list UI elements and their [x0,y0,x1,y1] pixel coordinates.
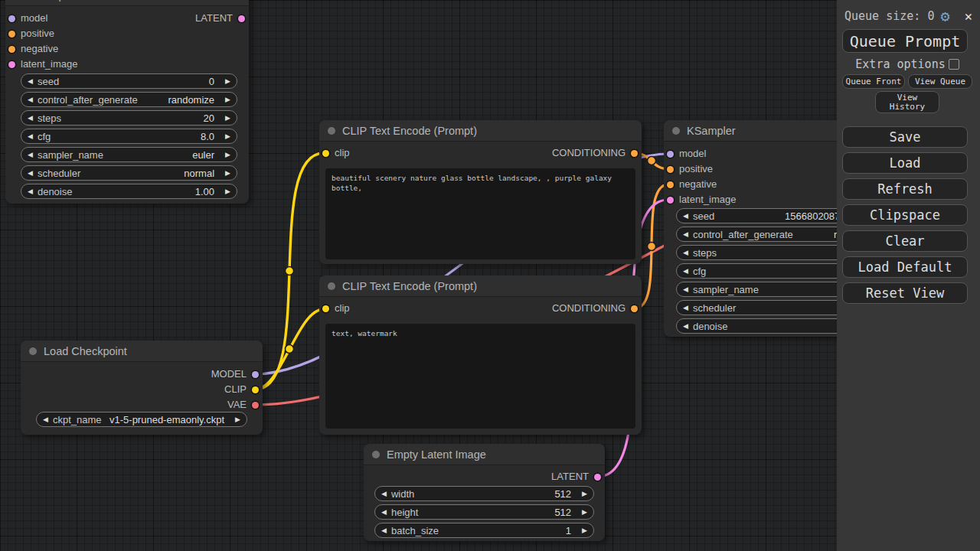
decrement-arrow-icon[interactable]: ◀ [28,147,33,162]
collapse-dot-icon[interactable] [328,282,335,290]
output-port-clip[interactable]: CLIP [224,383,259,396]
increment-arrow-icon[interactable]: ▶ [582,486,587,501]
input-port-model[interactable]: model [667,148,706,160]
save-button[interactable]: Save [842,126,968,148]
collapse-dot-icon[interactable] [672,127,680,135]
increment-arrow-icon[interactable]: ▶ [582,504,587,520]
widget-width[interactable]: ◀ width 512 ▶ [374,486,594,501]
port-dot-icon[interactable] [252,371,259,378]
widget-batch-size[interactable]: ◀ batch_size 1 ▶ [374,523,594,538]
collapse-dot-icon[interactable] [29,347,37,355]
decrement-arrow-icon[interactable]: ◀ [381,504,387,520]
port-dot-icon[interactable] [238,15,245,22]
node-title-bar[interactable]: CLIP Text Encode (Prompt) [319,276,642,297]
node-load-checkpoint[interactable]: Load Checkpoint MODEL CLIP VAE ◀ ckpt_na… [21,341,263,435]
widget-seed[interactable]: ◀ seed 0 ▶ [21,73,237,89]
port-dot-icon[interactable] [8,31,15,37]
prompt-textarea[interactable]: beautiful scenery nature glass bottle la… [325,168,635,259]
load-button[interactable]: Load [842,152,968,174]
decrement-arrow-icon[interactable]: ◀ [683,245,688,260]
output-port-conditioning[interactable]: CONDITIONING [552,147,638,159]
node-title-bar[interactable]: CLIP Text Encode (Prompt) [319,120,642,142]
port-dot-icon[interactable] [322,150,329,157]
view-history-button[interactable]: View History [875,91,939,113]
decrement-arrow-icon[interactable]: ◀ [683,263,688,279]
output-port-model[interactable]: MODEL [211,368,259,380]
node-clip-text-encode-positive[interactable]: CLIP Text Encode (Prompt) clip CONDITION… [319,120,642,264]
decrement-arrow-icon[interactable]: ◀ [28,184,33,199]
increment-arrow-icon[interactable]: ▶ [225,129,230,144]
input-port-positive[interactable]: positive [667,163,713,175]
output-port-latent[interactable]: LATENT [195,12,245,24]
widget-steps[interactable]: ◀ steps 20 ▶ [21,110,237,126]
wire-midpoint-dot[interactable] [648,243,656,251]
decrement-arrow-icon[interactable]: ◀ [381,486,387,501]
port-dot-icon[interactable] [667,166,674,173]
decrement-arrow-icon[interactable]: ◀ [683,300,688,315]
input-port-clip[interactable]: clip [322,147,350,159]
increment-arrow-icon[interactable]: ▶ [225,147,230,162]
node-title-bar[interactable]: KSampler [5,0,249,6]
decrement-arrow-icon[interactable]: ◀ [28,129,33,144]
prev-arrow-icon[interactable]: ◀ [43,412,48,427]
port-dot-icon[interactable] [8,46,15,53]
node-graph-canvas[interactable]: KSampler model positive negative latent_… [0,0,980,551]
decrement-arrow-icon[interactable]: ◀ [683,227,688,242]
increment-arrow-icon[interactable]: ▶ [225,92,230,107]
node-clip-text-encode-negative[interactable]: CLIP Text Encode (Prompt) clip CONDITION… [319,276,642,435]
decrement-arrow-icon[interactable]: ◀ [28,73,33,89]
node-ksampler-left[interactable]: KSampler model positive negative latent_… [5,0,249,204]
port-dot-icon[interactable] [8,61,15,68]
port-dot-icon[interactable] [667,151,674,158]
decrement-arrow-icon[interactable]: ◀ [28,92,33,107]
input-port-positive[interactable]: positive [8,28,54,40]
input-port-clip[interactable]: clip [322,302,350,315]
node-title-bar[interactable]: Load Checkpoint [21,341,263,362]
port-dot-icon[interactable] [631,150,638,157]
port-dot-icon[interactable] [631,305,638,312]
port-dot-icon[interactable] [594,474,601,481]
port-dot-icon[interactable] [8,15,15,22]
wire-midpoint-dot[interactable] [648,157,656,165]
widget-denoise[interactable]: ◀ denoise 1.00 ▶ [21,184,237,199]
input-port-latent-image[interactable]: latent_image [667,194,736,206]
decrement-arrow-icon[interactable]: ◀ [683,208,688,223]
increment-arrow-icon[interactable]: ▶ [225,73,230,89]
refresh-button[interactable]: Refresh [842,178,968,200]
increment-arrow-icon[interactable]: ▶ [225,110,230,126]
reset-view-button[interactable]: Reset View [842,282,968,304]
widget-scheduler[interactable]: ◀ scheduler normal ▶ [21,165,237,181]
input-port-model[interactable]: model [8,12,47,24]
port-dot-icon[interactable] [252,402,259,409]
output-port-vae[interactable]: VAE [227,399,259,411]
increment-arrow-icon[interactable]: ▶ [225,165,230,181]
port-dot-icon[interactable] [667,197,674,204]
settings-gear-icon[interactable]: ⚙ [940,8,949,24]
clipspace-button[interactable]: Clipspace [842,204,968,226]
node-empty-latent-image[interactable]: Empty Latent Image LATENT ◀ width 512 ▶ … [364,444,605,541]
widget-height[interactable]: ◀ height 512 ▶ [374,504,594,520]
collapse-dot-icon[interactable] [328,127,335,135]
input-port-latent-image[interactable]: latent_image [8,58,77,70]
widget-cfg[interactable]: ◀ cfg 8.0 ▶ [21,129,237,144]
collapse-dot-icon[interactable] [372,451,380,458]
port-dot-icon[interactable] [322,305,329,312]
queue-front-button[interactable]: Queue Front [842,74,905,89]
decrement-arrow-icon[interactable]: ◀ [683,318,688,334]
node-title-bar[interactable]: Empty Latent Image [364,444,605,465]
widget-ckpt-name[interactable]: ◀ ckpt_name v1-5-pruned-emaonly.ckpt ▶ [36,412,247,427]
port-dot-icon[interactable] [252,386,259,393]
close-icon[interactable]: ✕ [965,8,972,24]
decrement-arrow-icon[interactable]: ◀ [381,523,387,538]
extra-options-checkbox[interactable] [949,59,959,70]
widget-control-after-generate[interactable]: ◀ control_after_generate randomize ▶ [21,92,237,107]
input-port-negative[interactable]: negative [667,178,717,191]
widget-sampler-name[interactable]: ◀ sampler_name euler ▶ [21,147,237,162]
next-arrow-icon[interactable]: ▶ [235,412,240,427]
prompt-textarea[interactable]: text, watermark [325,324,635,429]
port-dot-icon[interactable] [667,181,674,188]
wire-midpoint-dot[interactable] [286,345,294,354]
decrement-arrow-icon[interactable]: ◀ [683,282,688,297]
output-port-conditioning[interactable]: CONDITIONING [552,302,638,315]
view-queue-button[interactable]: View Queue [908,74,972,89]
